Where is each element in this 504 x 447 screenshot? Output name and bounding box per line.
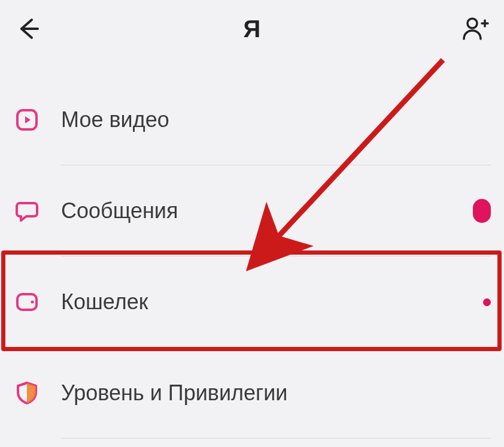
page-title: Я — [243, 16, 260, 43]
menu-item-messages[interactable]: Сообщения — [0, 165, 504, 256]
menu-item-level-privileges[interactable]: Уровень и Привилегии — [0, 348, 504, 439]
video-icon — [13, 106, 41, 134]
notification-dot — [483, 298, 491, 306]
svg-point-0 — [467, 19, 477, 28]
svg-point-3 — [31, 301, 34, 304]
menu-item-label: Кошелек — [61, 289, 148, 315]
notification-badge — [473, 199, 491, 223]
profile-menu: Мое видео Сообщения Кошелек — [0, 74, 504, 439]
divider — [61, 438, 491, 439]
chat-icon — [13, 197, 41, 225]
add-friend-button[interactable] — [460, 13, 491, 44]
menu-item-wallet[interactable]: Кошелек — [0, 256, 504, 348]
header: Я — [0, 0, 504, 58]
add-person-icon — [462, 15, 489, 43]
menu-item-label: Мое видео — [61, 107, 169, 132]
menu-item-label: Уровень и Привилегии — [61, 380, 287, 406]
back-button[interactable] — [13, 13, 44, 44]
arrow-left-icon — [16, 16, 41, 41]
menu-item-label: Сообщения — [61, 198, 178, 223]
shield-icon — [13, 379, 41, 407]
menu-item-my-video[interactable]: Мое видео — [0, 74, 504, 165]
wallet-icon — [13, 288, 41, 316]
